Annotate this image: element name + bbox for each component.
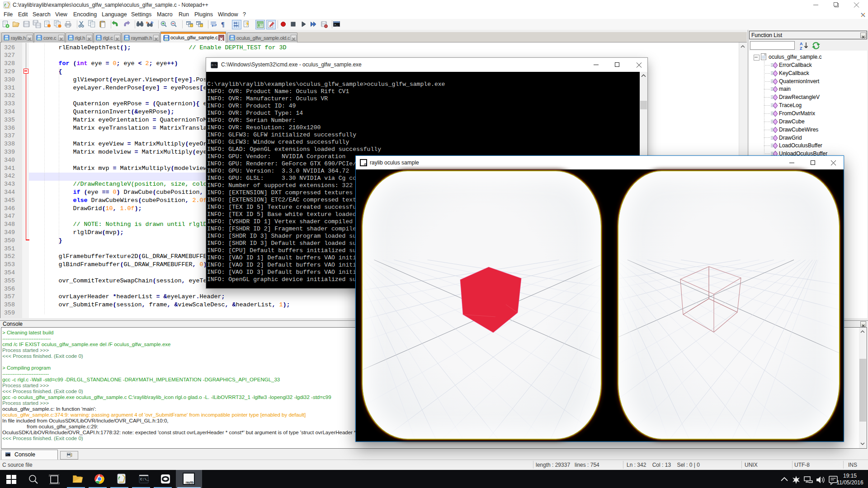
svg-text:Z: Z xyxy=(800,46,802,51)
svg-text:a: a xyxy=(146,20,148,24)
svg-text:C:\_: C:\_ xyxy=(140,477,149,481)
svg-text:>_: >_ xyxy=(6,454,9,456)
svg-text:¶: ¶ xyxy=(221,21,225,28)
svg-text:b: b xyxy=(151,20,153,24)
svg-text:>_: >_ xyxy=(334,23,338,27)
svg-text:A: A xyxy=(800,42,803,46)
svg-text:C:\: C:\ xyxy=(212,64,217,67)
